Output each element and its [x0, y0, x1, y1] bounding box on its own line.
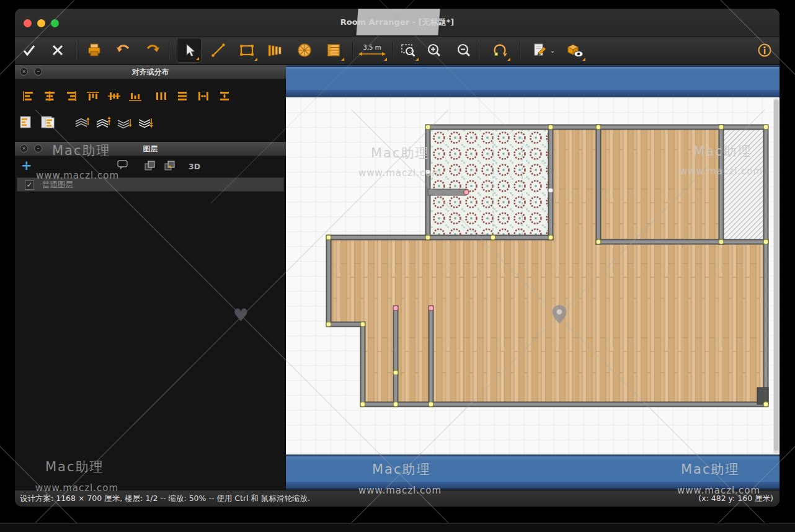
print-button[interactable]	[82, 38, 107, 63]
cursor-arrow-icon	[180, 42, 198, 59]
hatched-balcony[interactable]	[721, 127, 766, 242]
undo-button[interactable]	[111, 38, 136, 63]
close-icon	[49, 42, 66, 59]
tiled-room-floor[interactable]	[428, 127, 551, 237]
layer-name: 普通图层	[42, 180, 73, 190]
status-right-text: (x: 482 y: 160 厘米)	[698, 490, 773, 507]
add-layer-button[interactable]: +	[21, 158, 32, 173]
layer-comment-icon[interactable]	[117, 160, 130, 174]
rotate-tool-button[interactable]	[487, 38, 512, 63]
edit-pencil-icon	[531, 42, 549, 59]
dropdown-corner-icon	[384, 58, 387, 61]
content-area: 对齐或分布 ✕ –	[15, 65, 779, 490]
layer-visible-checkbox[interactable]: ✓	[25, 180, 34, 190]
align-right-button[interactable]	[63, 90, 78, 105]
panel-close-icon[interactable]: ✕	[20, 68, 28, 76]
panel-collapse-icon[interactable]: –	[34, 144, 42, 153]
bottom-strip	[0, 523, 795, 532]
confirm-button[interactable]	[17, 38, 42, 63]
align-center-h-button[interactable]	[42, 90, 57, 105]
redo-button[interactable]	[140, 38, 165, 63]
layers-panel-header: 图层	[15, 142, 286, 156]
measure-tool-button[interactable]: 3,5 m	[355, 38, 389, 63]
rect-tool-icon	[238, 42, 255, 59]
layers-3d-toggle[interactable]: 3D	[189, 162, 200, 171]
dropdown-corner-icon	[196, 57, 199, 60]
chevron-down-icon[interactable]: ⌄	[550, 47, 555, 54]
space-v-button[interactable]	[217, 90, 232, 105]
status-left-text: 设计方案: 1168 × 700 厘米, 楼层: 1/2 -- 缩放: 50% …	[20, 490, 310, 507]
vertical-scrollbar[interactable]	[773, 99, 779, 453]
left-sidebar: 对齐或分布 ✕ –	[15, 65, 286, 490]
raise-layer-button[interactable]	[74, 115, 90, 131]
stairs-icon	[325, 42, 342, 59]
main-toolbar: 3,5 m	[15, 37, 779, 65]
info-icon	[756, 42, 773, 59]
zoom-in-button[interactable]	[422, 38, 446, 63]
printer-icon	[86, 42, 103, 59]
view-3d-icon	[566, 42, 584, 59]
door-stub[interactable]	[428, 189, 466, 195]
toolbar-separator	[169, 42, 169, 60]
lower-layer-button[interactable]	[116, 115, 132, 131]
canvas-margin-bottom	[286, 454, 779, 490]
distribute-h-button[interactable]	[175, 90, 190, 105]
drawing-canvas-area	[286, 65, 779, 490]
lower-to-bottom-button[interactable]	[137, 115, 153, 131]
wall-column-icon	[266, 42, 283, 59]
undo-icon	[115, 42, 132, 59]
distribute-v-button[interactable]	[154, 90, 169, 105]
move-to-layer-icon[interactable]	[144, 160, 156, 174]
zoom-out-button[interactable]	[451, 38, 476, 63]
zoom-out-icon	[455, 42, 473, 59]
cancel-button[interactable]	[45, 38, 70, 63]
toolbar-separator	[479, 42, 479, 60]
select-tool-button[interactable]	[177, 38, 202, 63]
align-top-button[interactable]	[86, 90, 100, 105]
layers-panel-title: 图层	[143, 144, 158, 153]
panel-close-icon[interactable]: ✕	[20, 144, 28, 153]
edit-plan-button[interactable]: ⌄	[526, 38, 561, 63]
align-panel-header: 对齐或分布	[15, 65, 286, 79]
zoom-region-icon	[399, 42, 417, 59]
align-middle-v-button[interactable]	[107, 90, 122, 105]
zoom-in-icon	[425, 42, 443, 59]
space-h-button[interactable]	[196, 90, 211, 105]
measure-label: 3,5 m	[363, 44, 381, 51]
title-bar: Room Arranger - [无标题*]	[15, 9, 779, 37]
canvas-margin-top	[286, 65, 779, 97]
floor-plan[interactable]	[286, 97, 779, 454]
scrollbar-thumb[interactable]	[774, 100, 778, 451]
align-bottom-button[interactable]	[128, 90, 143, 105]
toolbar-separator	[520, 42, 520, 60]
wall-tool-button[interactable]	[262, 38, 287, 63]
align-left-button[interactable]	[21, 90, 36, 105]
spiral-stairs-tool-button[interactable]	[292, 38, 317, 63]
toolbar-separator	[352, 42, 353, 60]
dropdown-corner-icon	[254, 58, 257, 61]
zoom-region-button[interactable]	[396, 38, 420, 63]
toolbar-separator	[392, 42, 393, 60]
info-button[interactable]	[752, 38, 777, 63]
app-window: Room Arranger - [无标题*]	[15, 9, 779, 507]
stairs-tool-button[interactable]	[321, 38, 346, 63]
rect-tool-button[interactable]	[234, 38, 259, 63]
align-page-left-button[interactable]	[19, 115, 35, 131]
view-3d-button[interactable]	[562, 38, 587, 63]
dropdown-corner-icon	[341, 58, 344, 61]
align-panel-title: 对齐或分布	[132, 68, 169, 76]
check-icon	[20, 42, 38, 59]
merge-layer-icon[interactable]	[164, 160, 176, 174]
dropdown-corner-icon	[582, 58, 585, 61]
redo-icon	[144, 42, 161, 59]
line-tool-button[interactable]	[206, 38, 231, 63]
dropdown-corner-icon	[415, 58, 419, 61]
rotate-icon	[491, 42, 509, 59]
toolbar-separator	[76, 42, 76, 60]
raise-to-top-button[interactable]	[95, 115, 111, 131]
status-bar: 设计方案: 1168 × 700 厘米, 楼层: 1/2 -- 缩放: 50% …	[15, 490, 779, 507]
watermark-box	[356, 9, 440, 35]
panel-collapse-icon[interactable]: –	[34, 68, 42, 76]
align-page-margin-button[interactable]	[40, 115, 56, 131]
layer-row[interactable]: ✓ 普通图层	[17, 177, 284, 192]
